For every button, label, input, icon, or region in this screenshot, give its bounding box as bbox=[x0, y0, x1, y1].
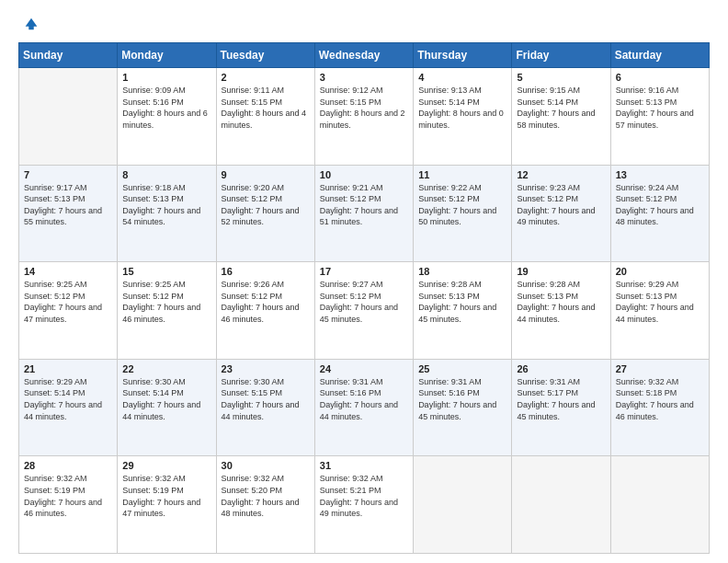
day-number: 8 bbox=[122, 169, 210, 180]
day-cell: 31Sunrise: 9:32 AMSunset: 5:21 PMDayligh… bbox=[314, 456, 413, 554]
day-number: 3 bbox=[320, 72, 408, 83]
day-info: Sunrise: 9:32 AMSunset: 5:19 PMDaylight:… bbox=[122, 474, 200, 518]
day-cell: 21Sunrise: 9:29 AMSunset: 5:14 PMDayligh… bbox=[19, 359, 118, 456]
week-row-5: 28Sunrise: 9:32 AMSunset: 5:19 PMDayligh… bbox=[19, 456, 710, 554]
day-number: 28 bbox=[24, 460, 112, 471]
day-cell: 23Sunrise: 9:30 AMSunset: 5:15 PMDayligh… bbox=[216, 359, 314, 456]
day-number: 6 bbox=[616, 72, 704, 83]
day-cell: 10Sunrise: 9:21 AMSunset: 5:12 PMDayligh… bbox=[314, 165, 413, 262]
day-number: 7 bbox=[24, 169, 112, 180]
day-cell: 9Sunrise: 9:20 AMSunset: 5:12 PMDaylight… bbox=[216, 165, 314, 262]
day-info: Sunrise: 9:28 AMSunset: 5:13 PMDaylight:… bbox=[418, 280, 496, 324]
day-info: Sunrise: 9:32 AMSunset: 5:21 PMDaylight:… bbox=[320, 474, 398, 518]
day-cell: 19Sunrise: 9:28 AMSunset: 5:13 PMDayligh… bbox=[512, 262, 610, 360]
logo bbox=[18, 15, 40, 33]
day-cell: 6Sunrise: 9:16 AMSunset: 5:13 PMDaylight… bbox=[610, 68, 709, 166]
day-cell: 14Sunrise: 9:25 AMSunset: 5:12 PMDayligh… bbox=[19, 262, 118, 360]
column-header-sunday: Sunday bbox=[19, 43, 118, 68]
day-number: 4 bbox=[418, 72, 506, 83]
day-info: Sunrise: 9:11 AMSunset: 5:15 PMDaylight:… bbox=[222, 86, 307, 130]
day-info: Sunrise: 9:28 AMSunset: 5:13 PMDaylight:… bbox=[517, 280, 595, 324]
day-cell: 26Sunrise: 9:31 AMSunset: 5:17 PMDayligh… bbox=[512, 359, 610, 456]
week-row-2: 7Sunrise: 9:17 AMSunset: 5:13 PMDaylight… bbox=[19, 165, 710, 262]
header-row: SundayMondayTuesdayWednesdayThursdayFrid… bbox=[19, 43, 710, 68]
day-number: 19 bbox=[517, 266, 605, 277]
day-cell: 15Sunrise: 9:25 AMSunset: 5:12 PMDayligh… bbox=[118, 262, 216, 360]
day-number: 17 bbox=[320, 266, 408, 277]
week-row-4: 21Sunrise: 9:29 AMSunset: 5:14 PMDayligh… bbox=[19, 359, 710, 456]
day-info: Sunrise: 9:30 AMSunset: 5:14 PMDaylight:… bbox=[122, 377, 200, 421]
day-info: Sunrise: 9:23 AMSunset: 5:12 PMDaylight:… bbox=[517, 183, 595, 227]
day-cell: 13Sunrise: 9:24 AMSunset: 5:12 PMDayligh… bbox=[610, 165, 709, 262]
day-info: Sunrise: 9:20 AMSunset: 5:12 PMDaylight:… bbox=[222, 183, 300, 227]
day-number: 18 bbox=[418, 266, 506, 277]
column-header-thursday: Thursday bbox=[414, 43, 512, 68]
day-number: 31 bbox=[320, 460, 408, 471]
day-cell: 24Sunrise: 9:31 AMSunset: 5:16 PMDayligh… bbox=[314, 359, 413, 456]
page: SundayMondayTuesdayWednesdayThursdayFrid… bbox=[0, 0, 728, 563]
day-number: 24 bbox=[320, 363, 408, 374]
day-number: 21 bbox=[24, 363, 112, 374]
day-number: 10 bbox=[320, 169, 408, 180]
day-cell: 1Sunrise: 9:09 AMSunset: 5:16 PMDaylight… bbox=[118, 68, 216, 166]
day-cell: 18Sunrise: 9:28 AMSunset: 5:13 PMDayligh… bbox=[414, 262, 512, 360]
day-cell: 7Sunrise: 9:17 AMSunset: 5:13 PMDaylight… bbox=[19, 165, 118, 262]
header bbox=[18, 15, 710, 33]
column-header-friday: Friday bbox=[512, 43, 610, 68]
day-cell: 22Sunrise: 9:30 AMSunset: 5:14 PMDayligh… bbox=[118, 359, 216, 456]
day-info: Sunrise: 9:15 AMSunset: 5:14 PMDaylight:… bbox=[517, 86, 595, 130]
day-number: 14 bbox=[24, 266, 112, 277]
column-header-saturday: Saturday bbox=[610, 43, 709, 68]
logo-icon bbox=[22, 15, 40, 33]
day-info: Sunrise: 9:26 AMSunset: 5:12 PMDaylight:… bbox=[222, 280, 300, 324]
day-number: 22 bbox=[122, 363, 210, 374]
day-number: 27 bbox=[616, 363, 704, 374]
week-row-1: 1Sunrise: 9:09 AMSunset: 5:16 PMDaylight… bbox=[19, 68, 710, 166]
day-cell: 25Sunrise: 9:31 AMSunset: 5:16 PMDayligh… bbox=[414, 359, 512, 456]
day-info: Sunrise: 9:32 AMSunset: 5:18 PMDaylight:… bbox=[616, 377, 694, 421]
day-info: Sunrise: 9:17 AMSunset: 5:13 PMDaylight:… bbox=[24, 183, 102, 227]
day-cell: 20Sunrise: 9:29 AMSunset: 5:13 PMDayligh… bbox=[610, 262, 709, 360]
day-info: Sunrise: 9:18 AMSunset: 5:13 PMDaylight:… bbox=[122, 183, 200, 227]
day-number: 16 bbox=[222, 266, 310, 277]
day-cell: 3Sunrise: 9:12 AMSunset: 5:15 PMDaylight… bbox=[314, 68, 413, 166]
day-info: Sunrise: 9:27 AMSunset: 5:12 PMDaylight:… bbox=[320, 280, 398, 324]
day-number: 15 bbox=[122, 266, 210, 277]
day-cell: 11Sunrise: 9:22 AMSunset: 5:12 PMDayligh… bbox=[414, 165, 512, 262]
day-number: 12 bbox=[517, 169, 605, 180]
day-info: Sunrise: 9:21 AMSunset: 5:12 PMDaylight:… bbox=[320, 183, 398, 227]
day-number: 20 bbox=[616, 266, 704, 277]
day-number: 9 bbox=[222, 169, 310, 180]
day-cell: 28Sunrise: 9:32 AMSunset: 5:19 PMDayligh… bbox=[19, 456, 118, 554]
day-info: Sunrise: 9:31 AMSunset: 5:16 PMDaylight:… bbox=[418, 377, 496, 421]
week-row-3: 14Sunrise: 9:25 AMSunset: 5:12 PMDayligh… bbox=[19, 262, 710, 360]
day-info: Sunrise: 9:25 AMSunset: 5:12 PMDaylight:… bbox=[122, 280, 200, 324]
day-info: Sunrise: 9:30 AMSunset: 5:15 PMDaylight:… bbox=[222, 377, 300, 421]
day-info: Sunrise: 9:16 AMSunset: 5:13 PMDaylight:… bbox=[616, 86, 694, 130]
day-cell: 16Sunrise: 9:26 AMSunset: 5:12 PMDayligh… bbox=[216, 262, 314, 360]
day-cell: 5Sunrise: 9:15 AMSunset: 5:14 PMDaylight… bbox=[512, 68, 610, 166]
day-info: Sunrise: 9:12 AMSunset: 5:15 PMDaylight:… bbox=[320, 86, 405, 130]
calendar-table: SundayMondayTuesdayWednesdayThursdayFrid… bbox=[18, 42, 710, 554]
day-cell: 12Sunrise: 9:23 AMSunset: 5:12 PMDayligh… bbox=[512, 165, 610, 262]
day-info: Sunrise: 9:29 AMSunset: 5:13 PMDaylight:… bbox=[616, 280, 694, 324]
day-info: Sunrise: 9:24 AMSunset: 5:12 PMDaylight:… bbox=[616, 183, 694, 227]
day-number: 5 bbox=[517, 72, 605, 83]
day-info: Sunrise: 9:32 AMSunset: 5:19 PMDaylight:… bbox=[24, 474, 102, 518]
day-info: Sunrise: 9:29 AMSunset: 5:14 PMDaylight:… bbox=[24, 377, 102, 421]
day-info: Sunrise: 9:13 AMSunset: 5:14 PMDaylight:… bbox=[418, 86, 504, 130]
day-number: 26 bbox=[517, 363, 605, 374]
day-info: Sunrise: 9:22 AMSunset: 5:12 PMDaylight:… bbox=[418, 183, 496, 227]
day-cell bbox=[414, 456, 512, 554]
day-info: Sunrise: 9:32 AMSunset: 5:20 PMDaylight:… bbox=[222, 474, 300, 518]
day-cell bbox=[512, 456, 610, 554]
day-number: 1 bbox=[122, 72, 210, 83]
day-number: 23 bbox=[222, 363, 310, 374]
day-cell: 27Sunrise: 9:32 AMSunset: 5:18 PMDayligh… bbox=[610, 359, 709, 456]
day-cell: 17Sunrise: 9:27 AMSunset: 5:12 PMDayligh… bbox=[314, 262, 413, 360]
day-info: Sunrise: 9:31 AMSunset: 5:16 PMDaylight:… bbox=[320, 377, 398, 421]
day-cell: 29Sunrise: 9:32 AMSunset: 5:19 PMDayligh… bbox=[118, 456, 216, 554]
day-info: Sunrise: 9:25 AMSunset: 5:12 PMDaylight:… bbox=[24, 280, 102, 324]
column-header-tuesday: Tuesday bbox=[216, 43, 314, 68]
column-header-monday: Monday bbox=[118, 43, 216, 68]
